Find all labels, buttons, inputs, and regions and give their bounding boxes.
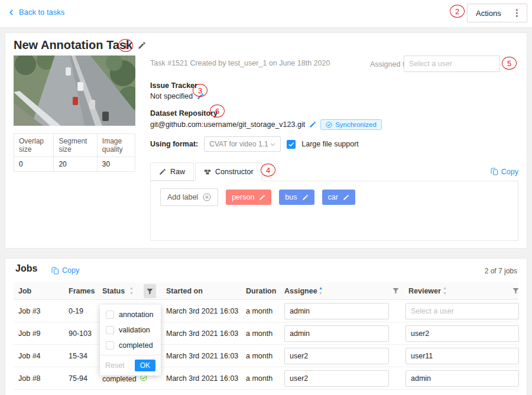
top-bar: Back to tasks Actions ⋮ <box>0 0 532 27</box>
jobs-copy-button[interactable]: Copy <box>51 266 79 275</box>
reviewer-input[interactable] <box>406 370 519 387</box>
param-value-quality: 30 <box>97 157 135 172</box>
tab-raw-label: Raw <box>170 168 185 176</box>
reviewer-sort-icon[interactable]: ▲▼ <box>443 285 447 296</box>
back-to-tasks-link[interactable]: Back to tasks <box>8 8 64 17</box>
job-link[interactable]: Job #9 <box>18 329 41 338</box>
kebab-menu-icon: ⋮ <box>512 8 521 18</box>
copy-icon <box>51 267 59 275</box>
label-chip-bus-text: bus <box>285 193 297 201</box>
edit-label-pencil-icon[interactable] <box>343 194 349 201</box>
status-filter-icon[interactable] <box>144 284 156 298</box>
pencil-icon <box>159 168 166 175</box>
started-cell: March 3rd 2021 16:03 <box>166 307 238 315</box>
filter-ok-button[interactable]: OK <box>135 360 155 371</box>
started-cell: March 3rd 2021 16:03 <box>166 374 238 383</box>
assignee-select-input[interactable] <box>404 56 500 72</box>
filter-option-validation[interactable]: validation <box>100 322 161 338</box>
assignee-input[interactable] <box>284 303 389 319</box>
format-row: Using format: CVAT for video 1.1 Large f… <box>150 136 359 152</box>
sync-badge-label: Synchronized <box>335 121 377 128</box>
label-chip-person[interactable]: person <box>226 190 271 205</box>
col-status: Status <box>102 287 125 295</box>
copy-icon <box>491 168 498 175</box>
labels-tab-bar: Raw Constructor Copy <box>150 162 518 181</box>
jobs-card: Jobs Copy 2 of 7 jobs Job Frames Status … <box>5 258 527 395</box>
status-filter-dropdown: annotation validation completed Reset OK <box>100 305 161 376</box>
reviewer-input[interactable] <box>406 325 519 342</box>
labels-copy-button[interactable]: Copy <box>491 168 518 176</box>
started-cell: March 3rd 2021 16:03 <box>166 329 238 338</box>
status-sort-icon[interactable]: ▲▼ <box>129 285 134 296</box>
checkbox-unchecked[interactable] <box>106 326 114 334</box>
table-row: Job #8 75-94 completed March 3rd 2021 16… <box>14 367 518 390</box>
frames-cell: 15-34 <box>69 352 87 360</box>
assignee-sort-icon[interactable]: ▲▼ <box>319 285 323 296</box>
dataset-repository-label: Dataset Repository <box>150 109 218 117</box>
tab-constructor[interactable]: Constructor <box>195 162 262 181</box>
jobs-count-label: 2 of 7 jobs <box>485 267 517 275</box>
filter-option-annotation[interactable]: annotation <box>100 307 161 322</box>
assignee-filter-icon[interactable] <box>392 287 400 296</box>
labels-constructor-panel: Add label person bus car <box>150 181 518 241</box>
plus-circle-icon <box>203 193 211 201</box>
assignee-input[interactable] <box>284 348 389 364</box>
add-label-button[interactable]: Add label <box>160 188 218 206</box>
checkbox-unchecked[interactable] <box>106 341 114 350</box>
edit-label-pencil-icon[interactable] <box>302 194 309 201</box>
job-link[interactable]: Job #4 <box>18 352 41 360</box>
frames-cell: 75-94 <box>69 374 87 383</box>
label-chip-car[interactable]: car <box>322 190 355 205</box>
issue-tracker-value-row: Not specified <box>150 92 204 100</box>
jobs-title: Jobs <box>15 263 37 274</box>
jobs-table-header: Job Frames Status ▲▼ Started on Duration… <box>14 282 518 300</box>
edit-repository-pencil-icon[interactable] <box>309 121 316 128</box>
col-job: Job <box>18 287 31 295</box>
filter-reset-button[interactable]: Reset <box>105 361 125 370</box>
task-title-text: New Annotation Task <box>14 38 132 52</box>
param-value-segment: 20 <box>54 157 97 172</box>
chevron-left-icon <box>8 9 15 16</box>
using-format-label: Using format: <box>150 140 198 148</box>
label-chip-bus[interactable]: bus <box>279 190 314 205</box>
job-link[interactable]: Job #8 <box>18 374 41 383</box>
edit-title-pencil-icon[interactable] <box>138 41 146 50</box>
reviewer-input[interactable] <box>406 303 519 319</box>
status-completed-text: completed <box>102 375 137 383</box>
check-circle-icon <box>326 122 332 128</box>
filter-option-label: completed <box>119 341 153 350</box>
col-duration: Duration <box>246 287 276 295</box>
dataset-repository-url: git@github.com:username/git_storage_v123… <box>150 120 305 129</box>
task-preview-image <box>14 56 135 126</box>
jobs-copy-label: Copy <box>62 266 79 275</box>
actions-button[interactable]: Actions ⋮ <box>467 4 527 22</box>
checkbox-unchecked[interactable] <box>106 311 114 319</box>
check-circle-icon <box>140 374 147 383</box>
reviewer-filter-icon[interactable] <box>512 287 520 296</box>
sync-status-badge: Synchronized <box>320 119 382 130</box>
filter-option-completed[interactable]: completed <box>100 338 161 353</box>
task-details-card: New Annotation Task Overlap size <box>5 32 527 249</box>
large-file-checkbox[interactable] <box>287 140 296 149</box>
filter-footer: Reset OK <box>100 355 161 376</box>
param-header-overlap: Overlap size <box>14 134 54 157</box>
job-link[interactable]: Job #3 <box>18 307 41 315</box>
reviewer-input[interactable] <box>406 348 519 364</box>
add-label-text: Add label <box>167 193 198 201</box>
assignee-input[interactable] <box>284 370 389 387</box>
edit-issue-tracker-pencil-icon[interactable] <box>197 93 204 100</box>
table-row: Job #4 15-34 March 3rd 2021 16:03 a mont… <box>14 345 518 367</box>
dataset-repository-row: git@github.com:username/git_storage_v123… <box>150 119 382 130</box>
assignee-input[interactable] <box>284 325 389 342</box>
format-select[interactable]: CVAT for video 1.1 <box>204 136 281 152</box>
tab-raw[interactable]: Raw <box>150 162 194 181</box>
build-icon <box>204 168 211 175</box>
large-file-label: Large file support <box>301 140 359 148</box>
status-cell: completed <box>102 374 147 383</box>
duration-cell: a month <box>246 329 273 338</box>
edit-label-pencil-icon[interactable] <box>259 194 265 201</box>
frames-cell: 90-103 <box>69 329 92 338</box>
back-label: Back to tasks <box>19 8 64 17</box>
param-value-overlap: 0 <box>14 157 54 172</box>
tab-constructor-label: Constructor <box>215 168 254 176</box>
